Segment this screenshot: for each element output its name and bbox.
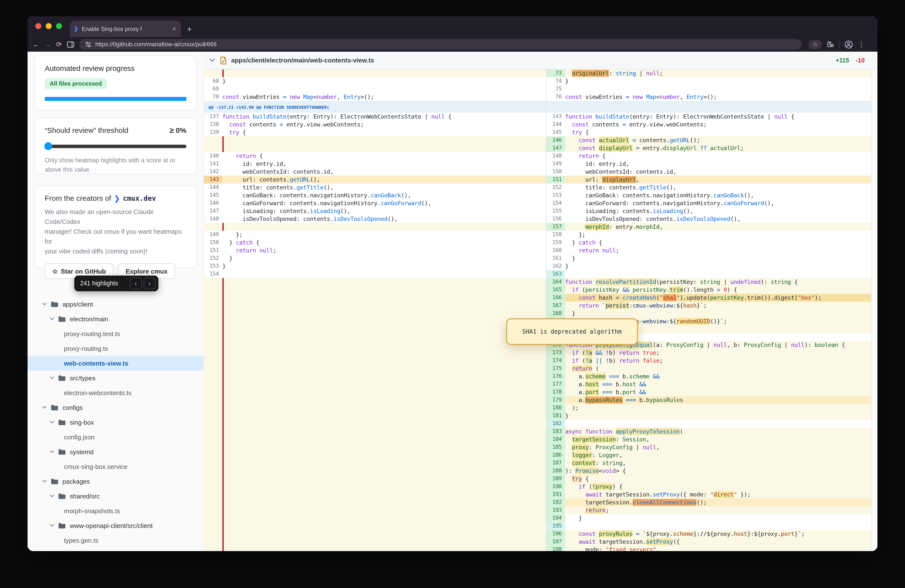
line-number[interactable] bbox=[204, 278, 222, 551]
tree-item[interactable]: types.gen.ts bbox=[27, 533, 204, 548]
line-number[interactable]: 150 bbox=[546, 168, 565, 176]
chevron-down-icon[interactable] bbox=[27, 406, 47, 409]
line-number[interactable]: 160 bbox=[546, 246, 565, 254]
diff-row[interactable]: 184 targetSession: Session, bbox=[546, 435, 872, 443]
tree-item[interactable]: electron/main bbox=[27, 311, 204, 326]
line-number[interactable]: 145 bbox=[546, 129, 565, 136]
diff-row[interactable]: 144 const contents = entry.view.webConte… bbox=[546, 121, 872, 129]
diff-row[interactable]: 73 originalUrl: string | null; bbox=[546, 69, 872, 77]
minimize-window-button[interactable] bbox=[46, 23, 52, 29]
diff-row[interactable]: 152 title: contents.getTitle(), bbox=[546, 184, 872, 191]
diff-row[interactable]: 158 }; bbox=[546, 231, 872, 238]
line-number[interactable]: 155 bbox=[546, 207, 565, 215]
diff-row[interactable]: 151 url: displayUrl, bbox=[546, 176, 872, 184]
bookmark-star-icon[interactable]: ☆ bbox=[808, 40, 822, 49]
kebab-menu-icon[interactable]: ⋮ bbox=[858, 41, 865, 48]
threshold-slider[interactable] bbox=[45, 142, 186, 150]
line-number[interactable]: 149 bbox=[204, 231, 222, 238]
extensions-puzzle-icon[interactable] bbox=[827, 41, 834, 48]
diff-row[interactable]: 149 id: entry.id, bbox=[546, 160, 872, 168]
line-number[interactable]: 148 bbox=[204, 215, 222, 223]
line-number[interactable]: 175 bbox=[546, 365, 565, 372]
line-number[interactable]: 148 bbox=[546, 152, 565, 160]
url-text[interactable]: https://0github.com/manaflow-ai/cmux/pul… bbox=[95, 41, 217, 48]
tree-item[interactable]: configs bbox=[27, 400, 204, 415]
site-settings-icon[interactable] bbox=[85, 41, 91, 48]
diff-row[interactable]: 142 webContentsId: contents.id, bbox=[204, 168, 546, 176]
scrollbar-gutter[interactable] bbox=[871, 69, 878, 551]
chevron-down-icon[interactable] bbox=[27, 450, 54, 453]
diff-row[interactable]: 76const viewEntries = new Map<number, En… bbox=[546, 93, 872, 101]
diff-row[interactable]: 197 await targetSession.setProxy({ bbox=[546, 538, 872, 546]
tree-item[interactable]: web-contents-view.ts bbox=[27, 356, 204, 370]
diff-row[interactable]: 175 return ( bbox=[546, 365, 872, 372]
diff-row[interactable]: 141 id: entry.id, bbox=[204, 160, 546, 168]
line-number[interactable]: 183 bbox=[546, 427, 565, 435]
diff-row[interactable]: 177 a.host === b.host && bbox=[546, 380, 872, 388]
profile-icon[interactable] bbox=[845, 40, 853, 48]
line-number[interactable]: 194 bbox=[546, 514, 565, 522]
diff-row[interactable]: 138 const contents = entry.view.webConte… bbox=[204, 121, 546, 129]
line-number[interactable]: 190 bbox=[546, 483, 565, 491]
diff-row[interactable]: 149 }; bbox=[204, 231, 546, 238]
diff-row[interactable]: 189 try { bbox=[546, 475, 872, 483]
diff-row[interactable]: 157 morphId: entry.morphId, bbox=[546, 223, 872, 231]
tree-item[interactable]: cmux-sing-box.service bbox=[27, 459, 204, 474]
diff-row[interactable]: 150 } catch { bbox=[204, 238, 546, 246]
diff-row[interactable]: 139 try { bbox=[204, 129, 546, 136]
chevron-down-icon[interactable] bbox=[27, 377, 54, 379]
diff-row[interactable]: 75 bbox=[546, 85, 872, 93]
forward-icon[interactable]: → bbox=[44, 41, 51, 48]
diff-row[interactable]: 148 isDevToolsOpened: contents.isDevTool… bbox=[204, 215, 546, 223]
chevron-down-icon[interactable] bbox=[27, 494, 54, 497]
line-number[interactable]: 193 bbox=[546, 506, 565, 514]
tree-item[interactable]: proxy-routing.test.ts bbox=[27, 326, 204, 341]
line-number[interactable]: 154 bbox=[546, 199, 565, 207]
line-number[interactable]: 144 bbox=[204, 184, 222, 191]
line-number[interactable]: 149 bbox=[546, 160, 565, 168]
slider-knob[interactable] bbox=[44, 142, 52, 150]
line-number[interactable]: 152 bbox=[204, 254, 222, 262]
tree-item[interactable]: sing-box bbox=[27, 415, 204, 429]
diff-row[interactable]: 164function resolvePartitionId(persistKe… bbox=[546, 278, 872, 286]
diff-row[interactable]: 181} bbox=[546, 412, 872, 420]
line-number[interactable]: 163 bbox=[546, 270, 565, 278]
diff-row[interactable]: 74} bbox=[546, 77, 872, 85]
diff-row[interactable]: 185 proxy: ProxyConfig | null, bbox=[546, 443, 872, 451]
slider-track[interactable] bbox=[45, 145, 186, 148]
line-number[interactable]: 143 bbox=[546, 113, 565, 121]
diff-row[interactable]: 156 isDevToolsOpened: contents.isDevTool… bbox=[546, 215, 872, 223]
line-number[interactable]: 143 bbox=[204, 176, 222, 184]
line-number[interactable]: 173 bbox=[546, 349, 565, 357]
line-number[interactable]: 167 bbox=[546, 302, 565, 310]
file-path[interactable]: apps/client/electron/main/web-contents-v… bbox=[231, 57, 374, 64]
diff-row[interactable]: 154 bbox=[204, 270, 546, 278]
diff-row[interactable]: 143 url: contents.getURL(), bbox=[204, 176, 546, 184]
line-number[interactable] bbox=[204, 136, 222, 152]
diff-row[interactable]: 153 canGoBack: contents.navigationHistor… bbox=[546, 191, 872, 199]
browser-tab[interactable]: ❯ Enable Sing-box proxy f × bbox=[70, 21, 181, 37]
line-number[interactable]: 146 bbox=[204, 199, 222, 207]
line-number[interactable]: 166 bbox=[546, 294, 565, 302]
chevron-down-icon[interactable] bbox=[27, 303, 47, 305]
tree-item[interactable]: proxy-routing.ts bbox=[27, 341, 204, 356]
diff-row[interactable]: 190 if (!proxy) { bbox=[546, 483, 872, 491]
diff-row[interactable]: 196 const proxyRules = `${proxy.scheme}:… bbox=[546, 530, 872, 538]
line-number[interactable]: 179 bbox=[546, 396, 565, 404]
tree-item[interactable]: electron-webcontents.ts bbox=[27, 385, 204, 400]
diff-row[interactable]: 146 const actualUrl = contents.getURL(); bbox=[546, 136, 872, 144]
diff-row[interactable]: 174 if (!a || !b) return false; bbox=[546, 357, 872, 365]
diff-row[interactable]: 176 a.scheme === b.scheme && bbox=[546, 372, 872, 380]
line-number[interactable]: 153 bbox=[204, 262, 222, 270]
line-number[interactable]: 68 bbox=[204, 77, 222, 85]
line-number[interactable]: 151 bbox=[204, 246, 222, 254]
diff-row[interactable]: 163 bbox=[546, 270, 872, 278]
diff-row[interactable]: 191 await targetSession.setProxy({ mode:… bbox=[546, 491, 872, 499]
line-number[interactable]: 187 bbox=[546, 459, 565, 467]
diff-row[interactable]: 178 a.port === b.port && bbox=[546, 388, 872, 396]
line-number[interactable]: 196 bbox=[546, 530, 565, 538]
line-number[interactable]: 153 bbox=[546, 191, 565, 199]
line-number[interactable]: 181 bbox=[546, 412, 565, 420]
diff-row[interactable]: 70const viewEntries = new Map<number, En… bbox=[204, 93, 546, 101]
diff-row[interactable]: 186 logger: Logger, bbox=[546, 451, 872, 459]
